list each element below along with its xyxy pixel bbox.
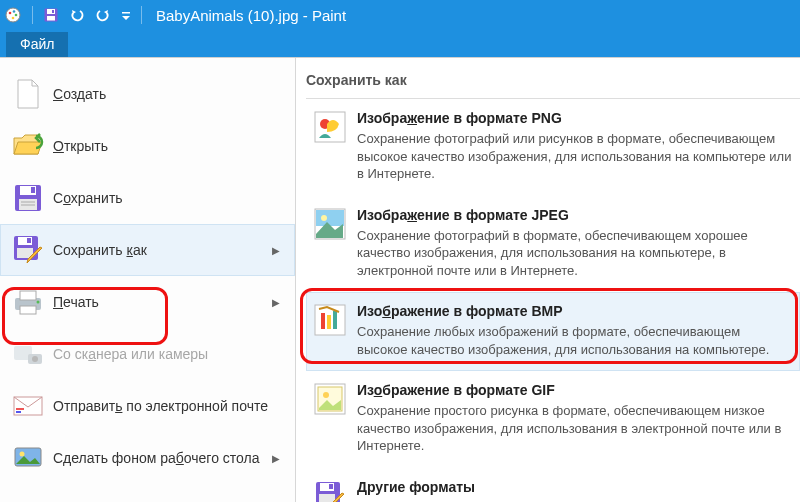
svg-rect-12: [31, 187, 35, 193]
save-as-jpeg[interactable]: Изображение в формате JPEG Сохранение фо…: [306, 196, 800, 293]
menu-item-open[interactable]: Открыть: [0, 120, 295, 172]
menu-item-label: Создать: [53, 86, 284, 102]
file-tab-label: Файл: [20, 36, 54, 52]
menu-item-label: Сохранить как: [53, 242, 272, 258]
desktop-background-icon: [11, 441, 45, 475]
format-description: Сохранение фотографий или рисунков в фор…: [357, 130, 793, 183]
svg-rect-7: [52, 10, 54, 13]
printer-icon: [11, 285, 45, 319]
menu-item-label: Печать: [53, 294, 272, 310]
svg-rect-21: [20, 291, 36, 300]
file-backstage: Создать Открыть: [0, 57, 800, 502]
menu-item-print[interactable]: Печать ▶: [0, 276, 295, 328]
format-title: Изображение в формате GIF: [357, 382, 793, 398]
menu-item-label: Сохранить: [53, 190, 284, 206]
svg-rect-29: [16, 411, 21, 413]
menu-item-set-desktop-bg[interactable]: Сделать фоном рабочего стола ▶: [0, 432, 295, 484]
svg-point-40: [323, 392, 329, 398]
svg-point-23: [37, 301, 40, 304]
format-title: Другие форматы: [357, 479, 793, 495]
svg-point-2: [13, 10, 16, 13]
svg-rect-43: [329, 484, 333, 489]
scanner-camera-icon: [11, 337, 45, 371]
separator: [32, 6, 33, 24]
submenu-arrow-icon: ▶: [272, 453, 280, 464]
save-icon[interactable]: [43, 7, 59, 23]
window-title: BabyAnimals (10).jpg - Paint: [156, 7, 346, 24]
redo-icon[interactable]: [95, 7, 111, 23]
menu-item-label: Открыть: [53, 138, 284, 154]
title-bar: BabyAnimals (10).jpg - Paint: [0, 0, 800, 30]
bmp-thumbnail-icon: [313, 303, 347, 337]
svg-rect-9: [122, 12, 130, 14]
format-description: Сохранение фотографий в формате, обеспеч…: [357, 227, 793, 280]
menu-item-from-scanner: Со сканера или камеры: [0, 328, 295, 380]
menu-item-send-email[interactable]: Отправить по электронной почте: [0, 380, 295, 432]
save-as-other-formats[interactable]: Другие форматы Открытие диалогового окна…: [306, 468, 800, 502]
jpeg-thumbnail-icon: [313, 207, 347, 241]
svg-point-36: [321, 215, 327, 221]
format-title: Изображение в формате PNG: [357, 110, 793, 126]
submenu-heading: Сохранить как: [306, 68, 800, 99]
undo-icon[interactable]: [69, 7, 85, 23]
customize-qat-dropdown[interactable]: [121, 7, 131, 23]
save-floppy-icon: [11, 181, 45, 215]
menu-item-label: Сделать фоном рабочего стола: [53, 450, 272, 466]
gif-thumbnail-icon: [313, 382, 347, 416]
menu-item-label: Отправить по электронной почте: [53, 398, 284, 414]
format-title: Изображение в формате JPEG: [357, 207, 793, 223]
new-file-icon: [11, 77, 45, 111]
svg-rect-8: [47, 16, 55, 21]
svg-point-3: [15, 14, 18, 17]
format-description: Сохранение любых изображений в формате, …: [357, 323, 793, 358]
menu-item-label: Со сканера или камеры: [53, 346, 284, 362]
file-tab[interactable]: Файл: [6, 32, 68, 57]
quick-access-toolbar: [4, 6, 142, 24]
submenu-arrow-icon: ▶: [272, 297, 280, 308]
envelope-icon: [11, 389, 45, 423]
png-thumbnail-icon: [313, 110, 347, 144]
menu-item-save[interactable]: Сохранить: [0, 172, 295, 224]
file-menu-left: Создать Открыть: [0, 58, 296, 502]
svg-point-1: [9, 12, 12, 15]
save-as-gif[interactable]: Изображение в формате GIF Сохранение про…: [306, 371, 800, 468]
menu-item-new[interactable]: Создать: [0, 68, 295, 120]
open-folder-icon: [11, 129, 45, 163]
svg-point-0: [6, 8, 20, 22]
save-as-floppy-pencil-icon: [313, 479, 347, 502]
format-title: Изображение в формате BMP: [357, 303, 793, 319]
format-description: Сохранение простого рисунка в формате, о…: [357, 402, 793, 455]
submenu-arrow-icon: ▶: [272, 245, 280, 256]
menu-item-save-as[interactable]: Сохранить как ▶: [0, 224, 295, 276]
svg-point-4: [12, 17, 15, 20]
svg-point-31: [20, 452, 25, 457]
save-as-floppy-pencil-icon: [11, 233, 45, 267]
svg-rect-28: [16, 408, 24, 410]
separator: [141, 6, 142, 24]
svg-point-26: [32, 356, 38, 362]
save-as-submenu: Сохранить как Изображение в формате PNG …: [296, 58, 800, 502]
svg-rect-35: [316, 210, 344, 226]
save-as-png[interactable]: Изображение в формате PNG Сохранение фот…: [306, 99, 800, 196]
svg-rect-18: [27, 238, 31, 243]
ribbon-tab-strip: Файл: [0, 30, 800, 57]
svg-rect-22: [20, 306, 36, 314]
svg-rect-44: [319, 494, 335, 502]
save-as-bmp[interactable]: Изображение в формате BMP Сохранение люб…: [306, 292, 800, 371]
paint-app-icon: [4, 6, 22, 24]
